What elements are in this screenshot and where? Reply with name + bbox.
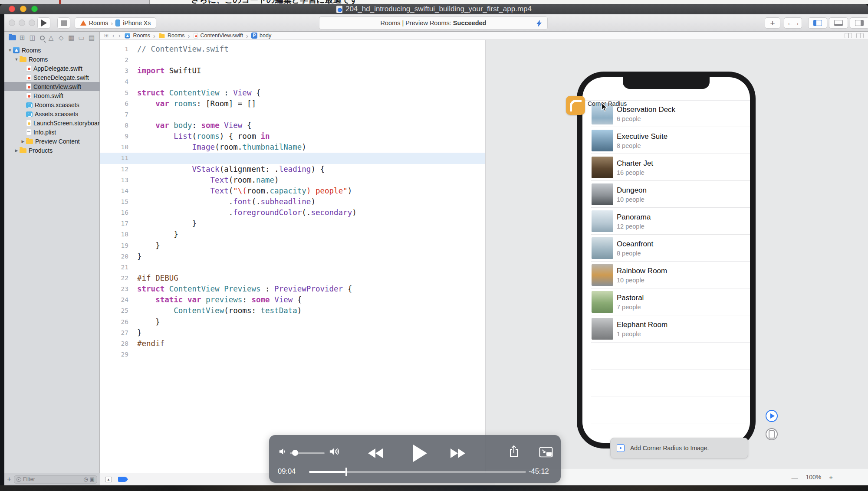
breadcrumb-item-contentview-swift[interactable]: ContentView.swift bbox=[193, 33, 243, 39]
code-line-9[interactable]: 9 List(rooms) { room in bbox=[100, 131, 485, 142]
navigator-item-preview-content[interactable]: ▶Preview Content bbox=[4, 137, 100, 146]
fast-forward-button[interactable] bbox=[450, 448, 465, 458]
disclosure-open-icon[interactable]: ▼ bbox=[7, 48, 13, 52]
toggle-debug-area-button[interactable] bbox=[829, 17, 848, 29]
navigator-item-rooms[interactable]: ▼Rooms bbox=[4, 55, 100, 64]
navigator-item-rooms[interactable]: ▼Rooms bbox=[4, 46, 100, 55]
zoom-out-button[interactable]: — bbox=[791, 474, 798, 481]
navigator-item-rooms-xcassets[interactable]: Rooms.xcassets bbox=[4, 100, 100, 109]
navigator-item-scenedelegate-swift[interactable]: SceneDelegate.swift bbox=[4, 73, 100, 82]
share-button[interactable] bbox=[509, 445, 519, 459]
volume-mute-icon[interactable] bbox=[279, 447, 287, 458]
code-line-15[interactable]: 15 .font(.subheadline) bbox=[100, 196, 485, 207]
back-button[interactable]: ‹ bbox=[112, 32, 115, 39]
add-file-button[interactable]: + bbox=[7, 475, 11, 484]
test-navigator-icon[interactable]: ◇ bbox=[57, 34, 65, 42]
search-navigator-icon[interactable] bbox=[40, 36, 45, 40]
navigator-item-contentview-swift[interactable]: ContentView.swift bbox=[4, 82, 100, 91]
xcode-minimize-button[interactable] bbox=[19, 20, 25, 26]
split-editor-icon[interactable] bbox=[856, 33, 864, 38]
live-preview-button[interactable] bbox=[766, 410, 778, 422]
code-editor[interactable]: 1// ContentView.swift23import SwiftUI45s… bbox=[100, 40, 485, 473]
code-line-5[interactable]: 5struct ContentView : View { bbox=[100, 88, 485, 98]
code-line-23[interactable]: 23struct ContentView_Previews : PreviewP… bbox=[100, 284, 485, 295]
code-line-18[interactable]: 18 } bbox=[100, 229, 485, 240]
navigator-item-assets-xcassets[interactable]: Assets.xcassets bbox=[4, 109, 100, 118]
room-row-charter-jet[interactable]: Charter Jet16 people bbox=[582, 154, 750, 181]
symbol-navigator-icon[interactable]: ◫ bbox=[29, 34, 36, 42]
room-row-executive-suite[interactable]: Executive Suite8 people bbox=[582, 127, 750, 154]
disclosure-closed-icon[interactable]: ▶ bbox=[20, 139, 26, 144]
project-navigator-icon[interactable] bbox=[9, 35, 16, 40]
breadcrumb-item-rooms[interactable]: Rooms bbox=[124, 33, 150, 39]
code-line-2[interactable]: 2 bbox=[100, 55, 485, 65]
playhead[interactable] bbox=[345, 468, 347, 476]
code-line-6[interactable]: 6 var rooms: [Room] = [] bbox=[100, 98, 485, 109]
code-line-10[interactable]: 10 Image(room.thumbnailName) bbox=[100, 142, 485, 153]
breadcrumb-item-body[interactable]: Pbody bbox=[251, 33, 271, 39]
code-line-1[interactable]: 1// ContentView.swift bbox=[100, 44, 485, 55]
room-row-elephant-room[interactable]: Elephant Room1 people bbox=[582, 315, 750, 342]
breakpoints-toggle-icon[interactable] bbox=[118, 477, 126, 482]
code-line-8[interactable]: 8 var body: some View { bbox=[100, 120, 485, 131]
code-line-12[interactable]: 12 VStack(alignment: .leading) { bbox=[100, 164, 485, 175]
breadcrumb-item-rooms[interactable]: Rooms bbox=[158, 33, 185, 39]
play-button[interactable] bbox=[413, 445, 427, 462]
rewind-button[interactable] bbox=[368, 448, 383, 458]
navigator-item-appdelegate-swift[interactable]: AppDelegate.swift bbox=[4, 64, 100, 73]
toggle-inspector-button[interactable] bbox=[850, 17, 868, 29]
disclosure-open-icon[interactable]: ▼ bbox=[13, 57, 20, 62]
room-row-rainbow-room[interactable]: Rainbow Room10 people bbox=[582, 262, 750, 288]
source-control-navigator-icon[interactable]: ⊞ bbox=[18, 34, 26, 42]
code-line-21[interactable]: 21 bbox=[100, 262, 485, 273]
toggle-navigator-button[interactable] bbox=[808, 17, 827, 29]
add-editor-icon[interactable] bbox=[845, 33, 852, 38]
volume-max-icon[interactable] bbox=[329, 446, 340, 458]
preview-on-device-button[interactable] bbox=[766, 428, 778, 440]
breakpoint-navigator-icon[interactable]: ▭ bbox=[78, 34, 85, 42]
forward-button[interactable]: › bbox=[118, 32, 121, 39]
navigator-item-products[interactable]: ▶Products bbox=[4, 146, 100, 155]
library-button[interactable]: + bbox=[765, 17, 780, 29]
debug-navigator-icon[interactable]: ▦ bbox=[67, 34, 75, 42]
room-row-oceanfront[interactable]: Oceanfront8 people bbox=[582, 235, 750, 262]
code-line-17[interactable]: 17 } bbox=[100, 218, 485, 229]
code-line-29[interactable]: 29 bbox=[100, 349, 485, 360]
zoom-in-button[interactable]: + bbox=[829, 474, 833, 481]
code-line-11[interactable]: 11 bbox=[100, 153, 485, 164]
code-line-3[interactable]: 3import SwiftUI bbox=[100, 65, 485, 76]
code-line-24[interactable]: 24 static var previews: some View { bbox=[100, 295, 485, 305]
room-row-dungeon[interactable]: Dungeon10 people bbox=[582, 181, 750, 208]
code-line-25[interactable]: 25 ContentView(rooms: testData) bbox=[100, 305, 485, 316]
code-line-26[interactable]: 26 } bbox=[100, 317, 485, 327]
code-line-14[interactable]: 14 Text("\(room.capacity) people") bbox=[100, 186, 485, 196]
code-line-28[interactable]: 28#endif bbox=[100, 338, 485, 349]
navigator-item-info-plist[interactable]: Info.plist bbox=[4, 128, 100, 137]
code-line-13[interactable]: 13 Text(room.name) bbox=[100, 175, 485, 186]
stop-button[interactable] bbox=[57, 17, 70, 29]
code-line-7[interactable]: 7 bbox=[100, 109, 485, 120]
room-row-pastoral[interactable]: Pastoral7 people bbox=[582, 288, 750, 315]
run-button[interactable] bbox=[37, 17, 50, 29]
code-line-4[interactable]: 4 bbox=[100, 76, 485, 87]
code-line-27[interactable]: 27} bbox=[100, 327, 485, 338]
source-control-status-icon[interactable]: ▣ bbox=[90, 476, 95, 482]
volume-knob[interactable] bbox=[292, 450, 298, 456]
corner-radius-modifier-chip[interactable] bbox=[566, 96, 585, 115]
code-line-20[interactable]: 20} bbox=[100, 251, 485, 262]
room-row-panorama[interactable]: Panorama12 people bbox=[582, 208, 750, 235]
recent-files-icon[interactable]: ◷ bbox=[83, 476, 88, 482]
filter-field[interactable]: Filter ◷ ▣ bbox=[14, 475, 97, 484]
navigator-item-room-swift[interactable]: Room.swift bbox=[4, 91, 100, 100]
disclosure-closed-icon[interactable]: ▶ bbox=[13, 148, 20, 153]
xcode-close-button[interactable] bbox=[9, 20, 15, 26]
iphone-screen[interactable]: Observation Deck6 peopleExecutive Suite8… bbox=[582, 77, 750, 443]
xcode-zoom-button[interactable] bbox=[29, 20, 35, 26]
scheme-selector[interactable]: Rooms › iPhone Xs bbox=[75, 17, 156, 29]
editor-options-button[interactable]: ←→ bbox=[784, 17, 802, 29]
issue-navigator-icon[interactable]: △ bbox=[47, 34, 55, 42]
picture-in-picture-button[interactable] bbox=[539, 447, 553, 459]
show-minimap-icon[interactable]: ▲ bbox=[105, 477, 112, 482]
code-line-22[interactable]: 22#if DEBUG bbox=[100, 273, 485, 284]
report-navigator-icon[interactable]: ▤ bbox=[88, 34, 95, 42]
